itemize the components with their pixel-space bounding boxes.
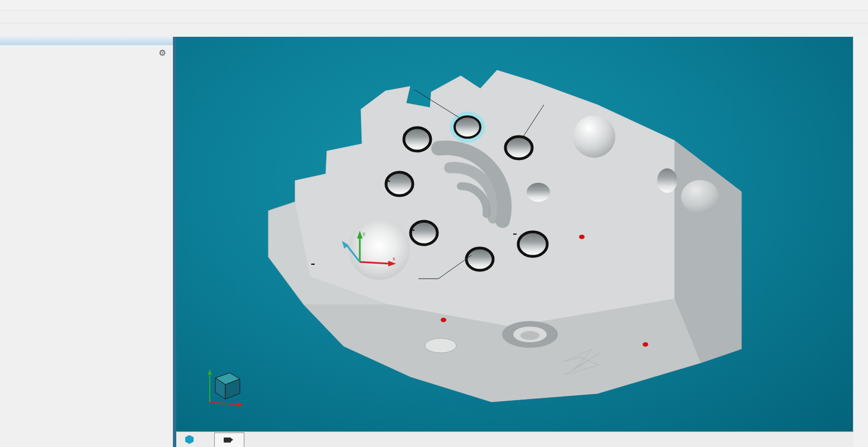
feature-tag-pnt1[interactable] xyxy=(311,264,315,265)
feature-tag-cir6[interactable] xyxy=(411,230,414,231)
hole-cir6 xyxy=(411,221,437,245)
status-dot xyxy=(441,318,446,322)
color-scale xyxy=(853,37,868,447)
cad-viewport[interactable]: y x xyxy=(176,37,853,432)
edit-window-panel: ⚙ xyxy=(0,37,176,447)
main-toolbar xyxy=(0,11,868,23)
cone-feature xyxy=(349,218,410,280)
through-bore xyxy=(425,338,456,353)
program-command-list xyxy=(0,59,168,447)
view-toolbar xyxy=(0,23,868,38)
vision-camera-icon xyxy=(224,438,231,443)
hole-cir8 xyxy=(404,128,431,151)
tab-cad[interactable] xyxy=(176,432,206,447)
hole-cir5 xyxy=(466,248,493,270)
feature-tag-cir8[interactable] xyxy=(403,134,407,135)
menu-bar xyxy=(0,0,868,11)
hole-cir7 xyxy=(386,172,413,196)
svg-text:x: x xyxy=(393,256,396,261)
sphere-cavity xyxy=(573,115,615,158)
status-dot xyxy=(643,342,648,347)
feature-tag-cir7[interactable] xyxy=(387,181,390,182)
view-tab-bar xyxy=(176,431,853,447)
view-cube[interactable] xyxy=(208,369,243,407)
cad-cube-icon xyxy=(185,435,194,444)
hole-cir4 xyxy=(518,232,547,256)
status-dot xyxy=(579,235,585,239)
feature-tag-cir4[interactable] xyxy=(513,234,517,235)
tab-vision[interactable] xyxy=(214,433,244,447)
gear-icon[interactable]: ⚙ xyxy=(159,48,166,58)
hole-cir2 xyxy=(505,137,532,159)
svg-text:y: y xyxy=(363,231,365,236)
edit-window-titlebar xyxy=(0,37,173,45)
